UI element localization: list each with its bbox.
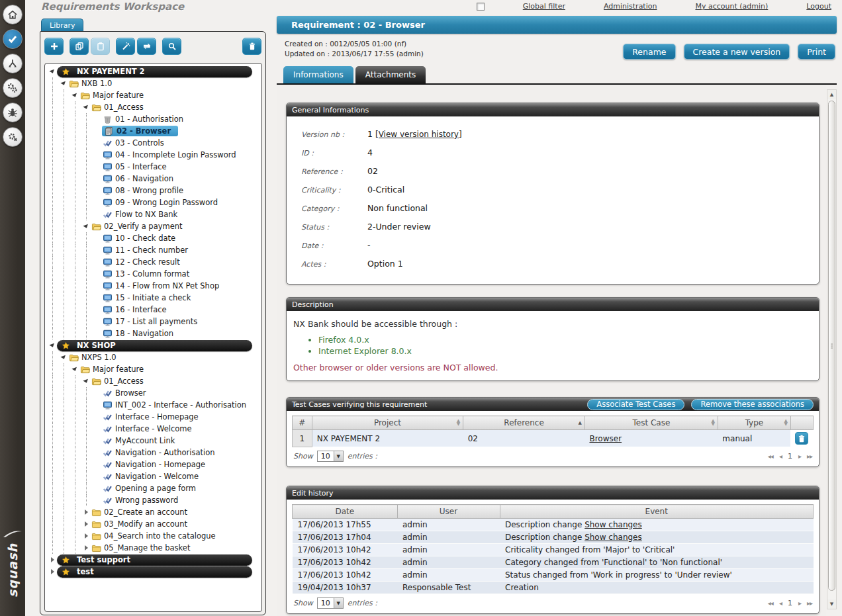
tree-expand-arrow-icon[interactable]	[81, 530, 91, 542]
prev-page-button[interactable]: ◂	[779, 599, 782, 607]
tree-collapse-arrow-icon[interactable]	[59, 77, 68, 89]
requirements-workspace-icon[interactable]	[3, 29, 23, 49]
tree-expand-arrow-icon[interactable]	[81, 518, 91, 530]
tree-expand-arrow-icon[interactable]	[48, 554, 57, 566]
first-page-button[interactable]: ◂◂	[768, 599, 773, 607]
view-version-history-link[interactable]: [View version history]	[375, 130, 462, 139]
project-node-pill[interactable]: test	[57, 566, 252, 578]
tree-item[interactable]: NX SHOP	[48, 339, 261, 351]
tree-item[interactable]: 11 - Check number	[48, 244, 261, 256]
add-node-button[interactable]	[44, 38, 64, 55]
delete-node-button[interactable]	[242, 38, 261, 55]
tree-item[interactable]: 06 - Navigation	[48, 173, 261, 185]
import-export-button[interactable]	[137, 38, 156, 55]
page-size-select[interactable]: 10▼	[317, 597, 344, 609]
next-page-button[interactable]: ▸	[798, 453, 801, 460]
administration-link[interactable]: Administration	[604, 2, 657, 11]
edit-history-column-header[interactable]: Event	[500, 505, 814, 519]
associate-test-cases-button[interactable]: Associate Test Cases	[587, 399, 684, 410]
global-filter-link[interactable]: Global filter	[523, 2, 565, 11]
tree-item[interactable]: 09 - Wrong Login Password	[48, 197, 261, 208]
tree-item[interactable]: Navigation - Welcome	[48, 470, 261, 482]
show-changes-link[interactable]: Show changes	[585, 520, 642, 529]
tree-item[interactable]: 02_Verify a payment	[48, 220, 261, 232]
tree-item[interactable]: 01_Access	[48, 375, 261, 387]
automation-workspace-icon[interactable]	[3, 127, 23, 147]
tree-item[interactable]: Browser	[48, 387, 261, 399]
tree-item[interactable]: 02_Create an account	[48, 506, 261, 518]
tree-item[interactable]: 05 - Interface	[48, 161, 261, 173]
tree-collapse-arrow-icon[interactable]	[81, 375, 91, 387]
test-cases-workspace-icon[interactable]	[3, 54, 23, 73]
tree-item[interactable]: 03 - Controls	[48, 137, 261, 149]
edit-history-column-header[interactable]: Date	[293, 505, 398, 519]
page-size-select[interactable]: 10▼	[317, 451, 344, 462]
first-page-button[interactable]: ◂◂	[768, 453, 773, 460]
tree-item[interactable]: 12 - Check result	[48, 256, 261, 268]
rename-node-button[interactable]	[116, 38, 135, 55]
tree-item[interactable]: test	[48, 566, 261, 578]
tree-collapse-arrow-icon[interactable]	[48, 339, 57, 351]
scrollbar-up-arrow-icon[interactable]: ▲	[827, 90, 836, 99]
tree-item[interactable]: 16 - Interface	[48, 304, 261, 316]
tree-expand-arrow-icon[interactable]	[48, 566, 57, 578]
tree-item[interactable]: NXB 1.0	[48, 77, 261, 89]
campaigns-workspace-icon[interactable]	[3, 78, 23, 98]
tree-item[interactable]: Test support	[48, 554, 261, 566]
edit-history-column-header[interactable]: User	[397, 505, 500, 519]
tab-library[interactable]: Library	[41, 19, 83, 32]
tree-collapse-arrow-icon[interactable]	[70, 89, 79, 101]
last-page-button[interactable]: ▸▸	[807, 599, 812, 607]
tree-item[interactable]: Opening a page form	[48, 482, 261, 494]
tree-item[interactable]: 01_Access	[48, 101, 261, 113]
global-filter-checkbox[interactable]	[477, 3, 485, 11]
test-case-link[interactable]: Browser	[589, 434, 622, 443]
test-cases-column-header[interactable]: Test Case▲▼	[585, 416, 718, 430]
show-changes-link[interactable]: Show changes	[585, 533, 642, 542]
tree-selected-item[interactable]: 02 - Browser	[102, 126, 178, 136]
test-cases-column-header[interactable]: Project▲▼	[312, 416, 463, 430]
copy-node-button[interactable]	[70, 38, 89, 55]
tab-attachments[interactable]: Attachments	[355, 66, 426, 83]
tree-item[interactable]: MyAccount Link	[48, 435, 261, 447]
tree-item[interactable]: 15 - Initiate a check	[48, 292, 261, 304]
bugtracker-icon[interactable]	[3, 103, 23, 122]
tree-item[interactable]: 01 - Authorisation	[48, 113, 261, 125]
remove-associations-button[interactable]: Remove these associations	[691, 399, 814, 410]
create-new-version-button[interactable]: Create a new version	[684, 44, 790, 60]
tree-item[interactable]: NX PAYEMENT 2	[48, 66, 261, 77]
tree-expand-arrow-icon[interactable]	[81, 506, 91, 518]
tree-item[interactable]: Interface - Welcome	[48, 423, 261, 435]
tree-collapse-arrow-icon[interactable]	[48, 66, 57, 77]
tree-collapse-arrow-icon[interactable]	[70, 363, 79, 375]
tree-item[interactable]: 14 - Flow from NX Pet Shop	[48, 280, 261, 292]
tree-item[interactable]: Major feature	[48, 363, 261, 375]
scrollbar-thumb[interactable]	[828, 101, 835, 591]
tree-collapse-arrow-icon[interactable]	[81, 220, 91, 232]
tree-item[interactable]: 08 - Wrong profile	[48, 185, 261, 197]
tree-item[interactable]: 18 - Navigation	[48, 328, 261, 339]
home-icon[interactable]	[3, 5, 23, 24]
prev-page-button[interactable]: ◂	[779, 453, 782, 460]
tree-expand-arrow-icon[interactable]	[81, 542, 91, 554]
tree-item[interactable]: Wrong password	[48, 494, 261, 506]
remove-association-trash-icon[interactable]	[795, 432, 808, 445]
tree-item[interactable]: Navigation - Authorisation	[48, 447, 261, 459]
next-page-button[interactable]: ▸	[798, 599, 801, 607]
tree-collapse-arrow-icon[interactable]	[59, 351, 68, 363]
tree-item[interactable]: 03_Modify an account	[48, 518, 261, 530]
tree-item[interactable]: Flow to NX Bank	[48, 208, 261, 220]
project-node-pill[interactable]: Test support	[57, 554, 252, 566]
tree-item[interactable]: 13 - Column format	[48, 268, 261, 280]
tree-item[interactable]: 04 - Incomplete Login Password	[48, 149, 261, 161]
tree-item[interactable]: 04_Search into the catalogue	[48, 530, 261, 542]
tree-item[interactable]: 05_Manage the basket	[48, 542, 261, 554]
rename-button[interactable]: Rename	[623, 44, 675, 60]
tree-item[interactable]: Interface - Homepage	[48, 411, 261, 423]
scrollbar-down-arrow-icon[interactable]: ▼	[827, 599, 836, 609]
search-button[interactable]	[162, 38, 181, 55]
test-cases-column-header[interactable]: Reference▲	[463, 416, 585, 430]
tree-item[interactable]: INT_002 - Interface - Authorisation	[48, 399, 261, 411]
tab-informations[interactable]: Informations	[283, 66, 353, 83]
tree-item[interactable]: Navigation - Homepage	[48, 459, 261, 470]
